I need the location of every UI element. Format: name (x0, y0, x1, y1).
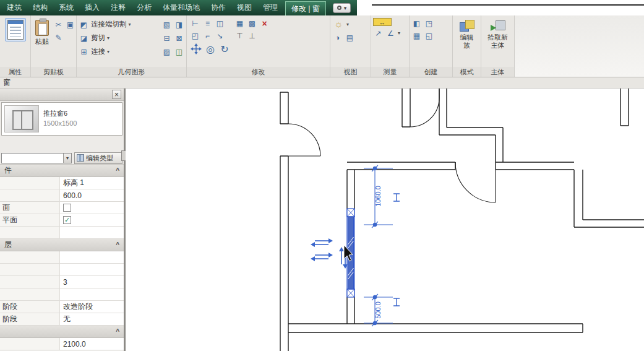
scale-icon[interactable]: ↘ (215, 30, 225, 41)
ribbon-display-toggle[interactable]: ▾ (333, 3, 351, 13)
dimension-grip[interactable] (373, 321, 377, 325)
unpin-icon[interactable]: ⊥ (247, 30, 257, 41)
tab-analyze[interactable]: 分析 (131, 0, 157, 15)
offset-icon[interactable]: ≡ (202, 18, 213, 28)
drawing-canvas[interactable]: 1060.0 500.0 (126, 89, 644, 351)
match-type-icon[interactable]: ✎ (53, 32, 64, 43)
dimension-grip[interactable] (373, 295, 377, 299)
tab-architecture[interactable]: 建筑 (1, 0, 27, 15)
create-similar-icon[interactable]: ◧ (411, 18, 422, 28)
panel-label-host[interactable]: 主体 (481, 67, 514, 77)
tab-modify-window-active[interactable]: 修改 | 窗 (285, 1, 326, 15)
pin-icon[interactable]: ⊤ (234, 30, 245, 41)
rotate-icon[interactable]: ↻ (218, 43, 231, 55)
join-end-cut-button[interactable]: ◩ 连接端切割 ▾ ▧ ◨ (79, 18, 184, 31)
trim-icon[interactable]: ⌐ (202, 30, 213, 41)
measure-between-icon[interactable]: ↗ (373, 28, 384, 38)
panel-label-geometry[interactable]: 几何图形 (77, 67, 186, 77)
temporary-hide-icon[interactable]: ◑ (332, 32, 343, 43)
tab-insert[interactable]: 插入 (79, 0, 105, 15)
property-value[interactable]: 无 (60, 313, 124, 325)
dimension-handle-icon[interactable] (393, 194, 400, 201)
dimension-grip[interactable] (373, 223, 377, 227)
tab-collaborate[interactable]: 协作 (205, 0, 231, 15)
split-icon[interactable]: ◰ (190, 30, 200, 41)
panel-label-view[interactable]: 视图 (330, 67, 371, 77)
property-value[interactable]: 标高 1 (60, 177, 124, 189)
checkbox-checked[interactable]: ✓ (63, 216, 71, 224)
create-assembly-icon[interactable]: ◱ (424, 30, 434, 41)
wall-opening-icon[interactable]: ◨ (174, 19, 184, 30)
mirror-icon[interactable]: ◫ (215, 18, 225, 28)
type-filter-combo[interactable]: ▾ (1, 153, 72, 163)
pick-new-host-button[interactable]: 拾取新主体 (483, 18, 513, 51)
dimension-text[interactable]: 1060.0 (374, 186, 382, 207)
create-group-icon[interactable]: ◳ (424, 18, 434, 28)
panel-label-create[interactable]: 创建 (410, 67, 452, 77)
property-value[interactable] (60, 288, 124, 300)
close-icon[interactable]: × (112, 90, 121, 99)
paint-icon[interactable]: ◫ (174, 46, 184, 57)
panel-label-measure[interactable]: 测量 (371, 67, 409, 77)
tab-massing-site[interactable]: 体量和场地 (157, 0, 205, 15)
flip-facing-icon[interactable] (311, 238, 333, 247)
measure-icon[interactable]: ↔ (373, 18, 392, 26)
dimension-text[interactable]: 500.0 (374, 301, 382, 319)
create-parts-icon[interactable]: ▦ (411, 30, 422, 41)
ribbon-empty-area (515, 15, 644, 77)
dimension-1060[interactable]: 1060.0 (364, 165, 400, 228)
floor-plan-walls (280, 89, 644, 351)
property-value[interactable]: 改造阶段 (60, 301, 124, 313)
cut-geometry-button[interactable]: ◪ 剪切 ▾ ⊟ ⊠ (79, 32, 184, 45)
property-value[interactable] (60, 264, 124, 275)
dimension-500[interactable]: 500.0 (364, 294, 400, 326)
remove-coping-icon[interactable]: ⊠ (174, 33, 184, 43)
paste-button[interactable]: 粘贴 (33, 18, 51, 48)
property-value[interactable] (60, 227, 124, 238)
collapse-icon[interactable]: ^ (116, 328, 119, 335)
property-value[interactable]: 600.0 (60, 189, 124, 201)
copy-icon[interactable]: ◎ (204, 43, 217, 55)
join-geometry-button[interactable]: ⊞ 连接 ▾ ▨ ◫ (79, 45, 184, 58)
demolish-icon[interactable]: ▧ (161, 19, 172, 30)
panel-label-clipboard[interactable]: 剪贴板 (31, 67, 76, 77)
property-section[interactable]: ^ (0, 326, 124, 338)
panel-label-modify[interactable]: 修改 (187, 67, 330, 77)
property-value[interactable]: 2100.0 (60, 338, 124, 350)
tab-structure[interactable]: 结构 (27, 0, 53, 15)
edit-type-button[interactable]: 编辑类型 (74, 152, 122, 164)
tab-systems[interactable]: 系统 (53, 0, 79, 15)
property-value[interactable]: 3 (60, 276, 124, 288)
dimension-grip[interactable] (373, 167, 377, 170)
chevron-down-icon[interactable]: ▾ (63, 154, 71, 163)
properties-button[interactable] (5, 18, 26, 41)
flip-hand-icon[interactable] (311, 253, 333, 261)
type-selector[interactable]: 推拉窗6 1500x1500 (1, 102, 122, 136)
tab-view[interactable]: 视图 (231, 0, 257, 15)
property-value[interactable] (60, 251, 124, 263)
dimension-handle-icon[interactable] (393, 298, 400, 306)
angle-dimension-icon[interactable]: ∠ (385, 28, 396, 38)
collapse-icon[interactable]: ^ (116, 167, 119, 174)
tab-annotate[interactable]: 注释 (105, 0, 131, 15)
hide-elements-icon[interactable]: ☼ (332, 18, 345, 30)
property-section[interactable]: 层 ^ (0, 239, 124, 251)
move-icon[interactable] (190, 43, 202, 55)
tab-manage[interactable]: 管理 (257, 0, 283, 15)
beam-join-icon[interactable]: ▨ (161, 46, 172, 57)
collapse-icon[interactable]: ^ (116, 241, 119, 248)
panel-label-mode[interactable]: 模式 (453, 67, 481, 77)
apply-coping-icon[interactable]: ⊟ (161, 33, 172, 43)
copy-to-clipboard-icon[interactable]: ▣ (65, 19, 75, 30)
flip-controls[interactable] (311, 238, 348, 269)
view-sheet-icon[interactable]: ▤ (345, 32, 355, 43)
delete-icon[interactable]: × (259, 18, 270, 28)
cut-to-clipboard-icon[interactable]: ✂ (53, 19, 64, 30)
group-icon[interactable]: ▩ (247, 18, 257, 28)
panel-label-properties[interactable]: 属性 (0, 67, 30, 77)
checkbox-unchecked[interactable] (63, 204, 71, 212)
property-section[interactable]: 件 ^ (0, 165, 124, 177)
edit-family-button[interactable]: 编辑族 (457, 18, 478, 51)
array-icon[interactable]: ▦ (234, 18, 245, 28)
align-icon[interactable]: ⊢ (190, 18, 200, 28)
